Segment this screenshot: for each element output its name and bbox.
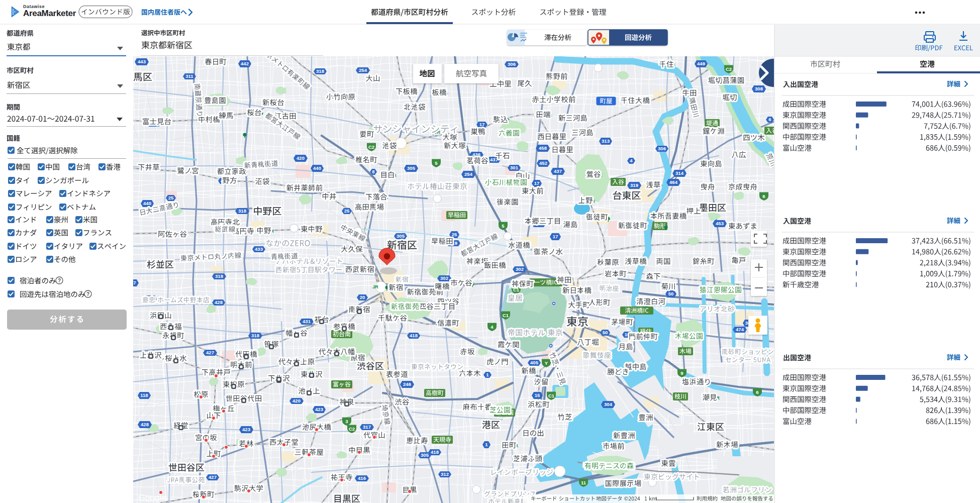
svg-text:7: 7 bbox=[133, 280, 136, 285]
svg-text:17: 17 bbox=[534, 180, 540, 186]
svg-text:Y: Y bbox=[545, 360, 548, 366]
svg-text:302: 302 bbox=[440, 275, 448, 281]
svg-text:1: 1 bbox=[485, 442, 488, 447]
svg-text:JR: JR bbox=[372, 284, 378, 289]
svg-text:420: 420 bbox=[297, 155, 305, 161]
svg-text:C2: C2 bbox=[368, 144, 374, 150]
svg-text:3: 3 bbox=[345, 419, 348, 424]
svg-text:474: 474 bbox=[736, 327, 744, 332]
svg-text:306: 306 bbox=[658, 146, 666, 151]
svg-text:1: 1 bbox=[486, 372, 489, 377]
svg-text:464: 464 bbox=[669, 179, 678, 185]
svg-text:246: 246 bbox=[403, 381, 411, 387]
svg-text:313: 313 bbox=[602, 138, 610, 144]
svg-text:442: 442 bbox=[241, 61, 249, 66]
svg-text:118: 118 bbox=[140, 392, 148, 398]
svg-text:449: 449 bbox=[697, 61, 705, 66]
svg-text:25: 25 bbox=[168, 195, 174, 200]
svg-text:AreaMarketer: AreaMarketer bbox=[23, 9, 76, 18]
svg-text:440: 440 bbox=[313, 165, 321, 171]
svg-text:8: 8 bbox=[372, 169, 374, 174]
svg-text:17: 17 bbox=[553, 234, 558, 239]
svg-text:433: 433 bbox=[255, 246, 263, 252]
svg-text:318: 318 bbox=[251, 333, 259, 338]
svg-text:305: 305 bbox=[421, 452, 429, 458]
svg-text:302: 302 bbox=[516, 266, 524, 272]
svg-text:437: 437 bbox=[490, 157, 498, 162]
svg-text:423: 423 bbox=[242, 427, 250, 432]
svg-text:20: 20 bbox=[360, 294, 365, 300]
svg-text:418: 418 bbox=[410, 333, 418, 338]
svg-text:17: 17 bbox=[479, 122, 485, 127]
svg-text:431: 431 bbox=[303, 319, 311, 324]
svg-text:305: 305 bbox=[397, 233, 405, 239]
svg-text:312: 312 bbox=[441, 471, 449, 477]
svg-text:6: 6 bbox=[756, 389, 758, 395]
svg-text:25: 25 bbox=[344, 208, 350, 214]
svg-text:318: 318 bbox=[215, 273, 223, 279]
svg-text:428: 428 bbox=[141, 422, 149, 427]
svg-text:5: 5 bbox=[502, 223, 505, 229]
svg-text:437: 437 bbox=[554, 168, 562, 174]
svg-text:C2: C2 bbox=[349, 426, 355, 432]
svg-text:C2: C2 bbox=[726, 66, 732, 72]
svg-text:?: ? bbox=[86, 291, 89, 297]
svg-text:5: 5 bbox=[435, 160, 438, 166]
svg-text:15: 15 bbox=[535, 392, 540, 398]
svg-text:453: 453 bbox=[716, 221, 724, 226]
svg-text:311: 311 bbox=[185, 73, 193, 79]
svg-text:25: 25 bbox=[452, 232, 457, 237]
svg-text:254: 254 bbox=[464, 171, 473, 177]
svg-text:9: 9 bbox=[680, 370, 683, 376]
svg-text:458: 458 bbox=[539, 145, 547, 151]
svg-text:427: 427 bbox=[206, 350, 214, 355]
svg-text:254: 254 bbox=[359, 67, 367, 73]
svg-text:418: 418 bbox=[431, 449, 439, 455]
svg-text:440: 440 bbox=[143, 200, 151, 206]
svg-text:4: 4 bbox=[491, 324, 494, 330]
svg-text:C1: C1 bbox=[503, 313, 509, 318]
svg-text:301: 301 bbox=[510, 165, 519, 170]
svg-text:420: 420 bbox=[292, 398, 301, 404]
svg-text:428: 428 bbox=[215, 299, 223, 305]
svg-text:C1: C1 bbox=[548, 393, 555, 398]
svg-text:318: 318 bbox=[238, 208, 246, 214]
svg-text:317: 317 bbox=[363, 424, 371, 430]
svg-text:304: 304 bbox=[604, 401, 613, 407]
svg-text:6: 6 bbox=[762, 193, 765, 199]
svg-text:308: 308 bbox=[755, 86, 763, 91]
svg-text:423: 423 bbox=[315, 407, 323, 412]
svg-text:319: 319 bbox=[630, 182, 638, 188]
svg-text:?: ? bbox=[58, 278, 61, 283]
svg-text:314: 314 bbox=[675, 170, 684, 176]
svg-text:452: 452 bbox=[539, 160, 547, 166]
svg-text:11: 11 bbox=[581, 480, 586, 485]
svg-text:405: 405 bbox=[530, 360, 539, 365]
svg-text:6: 6 bbox=[768, 117, 771, 122]
svg-text:427: 427 bbox=[209, 474, 217, 480]
svg-text:50: 50 bbox=[603, 330, 608, 335]
svg-text:306: 306 bbox=[508, 61, 516, 67]
svg-text:305: 305 bbox=[407, 165, 416, 171]
svg-text:443: 443 bbox=[138, 59, 146, 64]
svg-text:318: 318 bbox=[316, 68, 324, 74]
svg-text:416: 416 bbox=[358, 475, 366, 481]
svg-text:4: 4 bbox=[630, 158, 633, 163]
svg-text:50: 50 bbox=[668, 291, 674, 296]
svg-text:Google: Google bbox=[139, 493, 166, 502]
